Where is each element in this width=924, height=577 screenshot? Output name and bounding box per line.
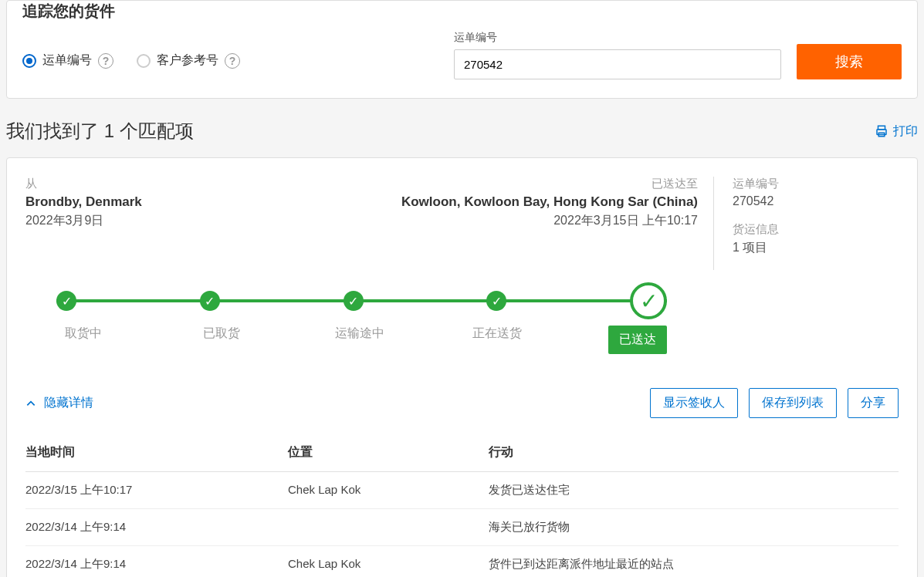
printer-icon [875,124,888,138]
event-action: 发货已送达住宅 [489,483,899,498]
results-header: 我们找到了 1 个匹配项 打印 [0,99,924,157]
stage-label: 取货中 [56,326,110,354]
print-link[interactable]: 打印 [875,123,918,140]
event-time: 2022/3/14 上午9:14 [25,557,288,572]
meta-section: 运单编号 270542 货运信息 1 项目 [713,177,899,270]
event-action: 货件已到达距离派件地址最近的站点 [489,557,899,572]
save-to-list-button[interactable]: 保存到列表 [749,388,837,418]
input-group: 运单编号 [454,31,781,79]
event-location: Chek Lap Kok [288,557,489,572]
shipment-card: 从 Brondby, Denmark 2022年3月9日 已送达至 Kowloo… [6,157,918,577]
meta-info: 货运信息 1 项目 [733,222,899,256]
tracking-search-panel: 追踪您的货件 运单编号 ? 客户参考号 ? 运单编号 搜索 [6,0,918,99]
event-location [288,520,489,535]
toggle-details[interactable]: 隐藏详情 [25,395,93,411]
meta-tracking: 运单编号 270542 [733,177,899,208]
table-row: 2022/3/14 上午9:14 海关已放行货物 [25,509,899,546]
toggle-label: 隐藏详情 [44,395,93,411]
pieces-value: 1 项目 [733,240,899,256]
to-label: 已送达至 [362,177,699,191]
tracking-number-input[interactable] [454,49,781,79]
help-icon[interactable]: ? [98,53,113,69]
check-icon: ✓ [56,291,76,311]
meta-label: 运单编号 [733,177,899,191]
table-row: 2022/3/15 上午10:17 Chek Lap Kok 发货已送达住宅 [25,472,899,509]
table-header: 当地时间 位置 行动 [25,434,899,472]
panel-title: 追踪您的货件 [22,1,902,31]
stage-label: 已取货 [195,326,249,354]
action-buttons: 显示签收人 保存到列表 分享 [650,388,899,418]
event-time: 2022/3/15 上午10:17 [25,483,288,498]
event-time: 2022/3/14 上午9:14 [25,520,288,535]
search-button[interactable]: 搜索 [797,44,902,79]
tracking-row: 运单编号 ? 客户参考号 ? 运单编号 搜索 [22,31,902,79]
progress-bar: ✓ ✓ ✓ ✓ ✓ 取货中 已取货 运输途中 正在送货 已送达 [56,299,667,354]
chevron-up-icon [25,398,36,409]
check-icon: ✓ [344,291,364,311]
print-label: 打印 [893,123,918,140]
progress-line: ✓ ✓ ✓ ✓ ✓ [56,299,667,302]
radio-label: 客户参考号 [157,52,218,69]
show-signee-button[interactable]: 显示签收人 [650,388,738,418]
radio-group: 运单编号 ? 客户参考号 ? [22,31,240,69]
shipment-summary: 从 Brondby, Denmark 2022年3月9日 已送达至 Kowloo… [25,177,899,270]
from-date: 2022年3月9日 [25,213,362,229]
check-icon: ✓ [200,291,220,311]
col-header-action: 行动 [489,444,899,461]
progress-dots: ✓ ✓ ✓ ✓ ✓ [56,291,667,319]
event-location: Chek Lap Kok [288,483,489,498]
to-date: 2022年3月15日 上午10:17 [362,213,699,229]
to-location: Kowloon, Kowloon Bay, Hong Kong Sar (Chi… [362,194,699,210]
events-table: 当地时间 位置 行动 2022/3/15 上午10:17 Chek Lap Ko… [25,434,899,577]
check-icon: ✓ [630,282,667,319]
col-header-location: 位置 [288,444,489,461]
to-section: 已送达至 Kowloon, Kowloon Bay, Hong Kong Sar… [362,177,699,270]
stage-label-active: 已送达 [608,326,667,354]
results-count: 我们找到了 1 个匹配项 [6,119,194,143]
from-label: 从 [25,177,362,191]
from-section: 从 Brondby, Denmark 2022年3月9日 [25,177,362,270]
share-button[interactable]: 分享 [848,388,899,418]
journey-info: 从 Brondby, Denmark 2022年3月9日 已送达至 Kowloo… [25,177,698,270]
stage-label: 运输途中 [333,326,387,354]
table-row: 2022/3/14 上午9:14 Chek Lap Kok 货件已到达距离派件地… [25,546,899,577]
tracking-number: 270542 [733,194,899,208]
progress-labels: 取货中 已取货 运输途中 正在送货 已送达 [56,326,667,354]
radio-icon [22,54,36,68]
from-location: Brondby, Denmark [25,194,362,210]
col-header-time: 当地时间 [25,444,288,461]
event-action: 海关已放行货物 [489,520,899,535]
input-label: 运单编号 [454,31,781,45]
radio-option-tracking[interactable]: 运单编号 ? [22,52,113,69]
help-icon[interactable]: ? [225,53,240,69]
stage-label: 正在送货 [470,326,524,354]
radio-label: 运单编号 [42,52,92,69]
meta-label: 货运信息 [733,222,899,237]
radio-option-reference[interactable]: 客户参考号 ? [137,52,240,69]
details-toolbar: 隐藏详情 显示签收人 保存到列表 分享 [25,382,899,418]
input-section: 运单编号 搜索 [454,31,902,79]
radio-icon [137,54,151,68]
check-icon: ✓ [486,291,506,311]
